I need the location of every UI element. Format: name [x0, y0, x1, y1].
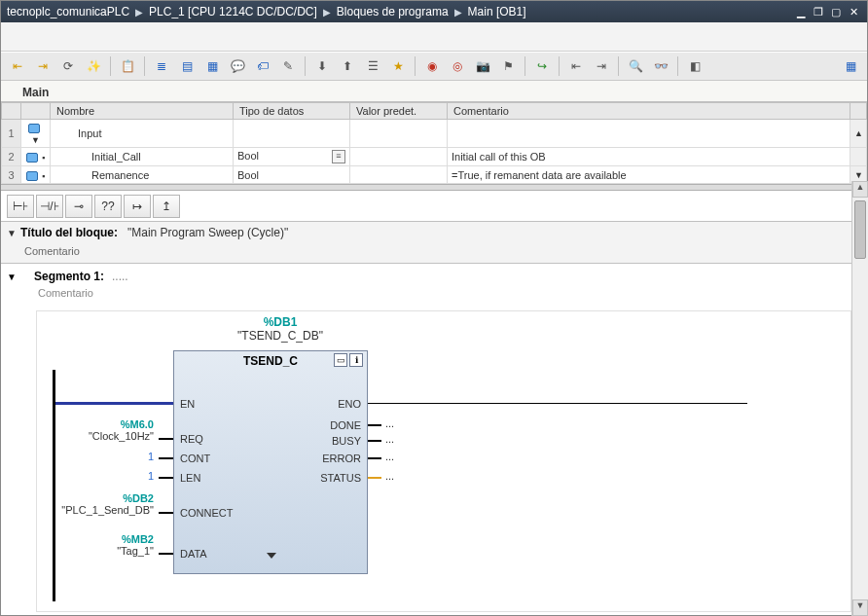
- breadcrumb-item[interactable]: PLC_1 [CPU 1214C DC/DC/DC]: [149, 5, 317, 18]
- ladder-network[interactable]: %DB1 "TSEND_C_DB" TSEND_C ▭ ℹ EN REQ CON…: [36, 310, 851, 612]
- maximize-button[interactable]: ▢: [828, 4, 844, 19]
- data-variant-dropdown[interactable]: [267, 553, 276, 559]
- pin-data: DATA: [180, 548, 207, 560]
- glasses-icon[interactable]: 👓: [650, 55, 671, 77]
- param-req[interactable]: %M6.0 "Clock_10Hz": [37, 418, 154, 442]
- empty-box-icon[interactable]: ??: [94, 195, 122, 218]
- scrollbar-thumb[interactable]: [854, 200, 866, 259]
- tag-icon[interactable]: 🏷: [252, 55, 273, 77]
- minimize-button[interactable]: ▁: [793, 4, 809, 19]
- out-placeholder[interactable]: ...: [385, 470, 394, 482]
- indent-left-icon[interactable]: ⇤: [565, 55, 587, 77]
- close-branch-icon[interactable]: ↥: [153, 195, 180, 218]
- collapse-icon[interactable]: ▼: [7, 228, 20, 238]
- wire: [159, 438, 173, 440]
- param-default[interactable]: [350, 148, 448, 166]
- segment-comment[interactable]: Comentario: [1, 285, 867, 307]
- interface-row[interactable]: 3 ▪ Remanence Bool =True, if remanent da…: [2, 166, 867, 184]
- param-name[interactable]: Input: [51, 120, 234, 148]
- list-icon[interactable]: ≣: [151, 55, 172, 77]
- step-forward-icon[interactable]: ⇥: [32, 55, 54, 77]
- segment-title-placeholder[interactable]: .....: [112, 270, 128, 283]
- segment-header[interactable]: ▼ Segmento 1: .....: [1, 264, 867, 285]
- sync-icon[interactable]: ⟳: [57, 55, 79, 77]
- interface-header-row: Nombre Tipo de datos Valor predet. Comen…: [2, 103, 867, 120]
- monitor-on-icon[interactable]: ◉: [421, 55, 443, 77]
- contact-no-icon[interactable]: ⊢⊦: [7, 195, 34, 218]
- snapshot-icon[interactable]: 📷: [472, 55, 493, 77]
- function-block-box[interactable]: TSEND_C ▭ ℹ EN REQ CONT LEN CONNECT DATA…: [173, 350, 368, 574]
- goto-icon[interactable]: ↪: [531, 55, 553, 77]
- contact-nc-icon[interactable]: ⊣/⊦: [36, 195, 63, 218]
- param-data[interactable]: %MB2 "Tag_1": [37, 533, 154, 557]
- wire: [368, 440, 381, 442]
- rename-icon[interactable]: ✎: [277, 55, 299, 77]
- out-placeholder[interactable]: ...: [385, 417, 394, 429]
- open-branch-icon[interactable]: ↦: [124, 195, 151, 218]
- param-type[interactable]: Bool: [234, 166, 350, 184]
- param-comment[interactable]: [448, 120, 850, 148]
- param-cont[interactable]: 1: [37, 451, 154, 462]
- highlight-icon[interactable]: ✨: [83, 55, 104, 77]
- param-comment[interactable]: =True, if remanent data are available: [448, 166, 850, 184]
- indent-right-icon[interactable]: ⇥: [591, 55, 612, 77]
- param-default[interactable]: [350, 166, 448, 184]
- copy-icon[interactable]: 📋: [117, 55, 138, 77]
- block-comment[interactable]: Comentario: [1, 243, 867, 263]
- param-type[interactable]: Bool≡: [234, 148, 350, 166]
- out-placeholder[interactable]: ...: [385, 451, 394, 462]
- bullet-icon: ▪: [42, 171, 45, 181]
- properties-icon[interactable]: ▦: [840, 55, 861, 77]
- search-icon[interactable]: 🔍: [625, 55, 646, 77]
- layout-icon[interactable]: ◧: [684, 55, 705, 77]
- scroll-up-icon[interactable]: ▲: [852, 181, 868, 198]
- col-type[interactable]: Tipo de datos: [234, 103, 350, 120]
- network-icon[interactable]: ▦: [201, 55, 223, 77]
- block-title-value[interactable]: "Main Program Sweep (Cycle)": [127, 226, 288, 239]
- step-back-icon[interactable]: ⇤: [7, 55, 28, 77]
- param-len[interactable]: 1: [37, 470, 154, 482]
- col-comment[interactable]: Comentario: [448, 103, 850, 120]
- breadcrumb-item[interactable]: Main [OB1]: [468, 5, 526, 18]
- chevron-right-icon: ▶: [135, 7, 143, 18]
- wire: [159, 477, 173, 479]
- param-name[interactable]: Remanence: [51, 166, 234, 184]
- breadcrumb-item[interactable]: tecnoplc_comunicaPLC: [7, 5, 129, 18]
- out-placeholder[interactable]: ...: [385, 433, 394, 445]
- fb-diag-icon[interactable]: ℹ: [349, 353, 363, 367]
- interface-tab-label: Main: [15, 84, 56, 101]
- scroll-down-icon[interactable]: ▼: [852, 599, 868, 616]
- coil-icon[interactable]: ⊸: [65, 195, 92, 218]
- interface-row[interactable]: 2 ▪ Initial_Call Bool≡ Initial call of t…: [2, 148, 867, 166]
- editor-scrollbar[interactable]: ▲ ▼: [851, 181, 868, 616]
- favorite-icon[interactable]: ★: [387, 55, 409, 77]
- scroll-up-icon[interactable]: ▲: [850, 120, 867, 148]
- scrollbar-track[interactable]: [850, 148, 867, 166]
- restore-button[interactable]: ❐: [811, 4, 826, 19]
- breadcrumb-item[interactable]: Bloques de programa: [337, 5, 449, 18]
- upload-icon[interactable]: ⬆: [337, 55, 358, 77]
- block-icon[interactable]: ▤: [176, 55, 198, 77]
- col-name[interactable]: Nombre: [51, 103, 234, 120]
- monitor-off-icon[interactable]: ◎: [447, 55, 468, 77]
- editor-ribbon-placeholder: [1, 22, 867, 52]
- type-picker-button[interactable]: ≡: [332, 150, 345, 163]
- eno-wire: [368, 403, 747, 404]
- force-icon[interactable]: ⚑: [497, 55, 519, 77]
- param-type[interactable]: [234, 120, 350, 148]
- param-connect[interactable]: %DB2 "PLC_1_Send_DB": [37, 492, 154, 516]
- compare-icon[interactable]: ☰: [362, 55, 383, 77]
- download-icon[interactable]: ⬇: [311, 55, 333, 77]
- param-name[interactable]: Initial_Call: [51, 148, 234, 166]
- comment-icon[interactable]: 💬: [227, 55, 248, 77]
- param-comment[interactable]: Initial call of this OB: [448, 148, 850, 166]
- col-default[interactable]: Valor predet.: [350, 103, 448, 120]
- collapse-icon[interactable]: ▼: [7, 272, 20, 282]
- pin-error: ERROR: [322, 453, 361, 464]
- interface-row[interactable]: 1 ▼ Input ▲: [2, 120, 867, 148]
- var-icon: [26, 153, 38, 163]
- chevron-down-icon[interactable]: ▼: [31, 135, 40, 145]
- fb-config-icon[interactable]: ▭: [334, 353, 347, 367]
- param-default[interactable]: [350, 120, 448, 148]
- close-button[interactable]: ✕: [846, 4, 861, 19]
